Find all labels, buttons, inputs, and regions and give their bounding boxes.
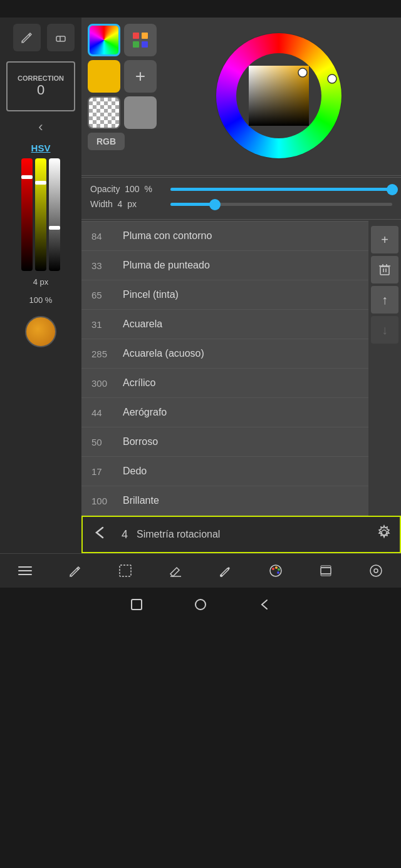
svg-rect-30 [321, 574, 331, 576]
correction-label: CORRECTION [18, 74, 64, 82]
top-bar [0, 0, 401, 18]
swatch-row-4: RGB [88, 133, 157, 150]
color-picker-top: + RGB [81, 18, 401, 174]
palette-btn[interactable] [261, 560, 290, 581]
color-wheel-wheel[interactable] [213, 30, 345, 161]
yellow-slider[interactable] [35, 158, 46, 271]
swatch-row-1 [88, 24, 157, 56]
brush-item-5[interactable]: 300 Acrílico [81, 369, 368, 398]
svg-point-9 [298, 68, 307, 77]
svg-rect-2 [133, 33, 139, 39]
add-brush-btn[interactable]: + [371, 226, 398, 253]
grey-swatch[interactable] [124, 96, 157, 129]
brush-list: 84 Pluma con contorno 33 Pluma de puntea… [81, 221, 368, 516]
current-color-swatch[interactable] [88, 60, 120, 93]
layers-btn[interactable] [311, 560, 340, 581]
width-knob[interactable] [209, 199, 221, 210]
gear-btn[interactable] [376, 524, 392, 544]
move-down-btn[interactable]: ↓ [371, 316, 398, 344]
brush-name-1: Pluma de punteado [123, 260, 210, 271]
brush-name-5: Acrílico [123, 377, 155, 389]
color-swatches: + RGB [88, 24, 157, 150]
color-wheel-container [163, 24, 395, 168]
brush-item-3[interactable]: 31 Acuarela [81, 310, 368, 339]
delete-brush-btn[interactable] [371, 256, 398, 283]
brush-item-4[interactable]: 285 Acuarela (acuoso) [81, 339, 368, 369]
system-nav [0, 588, 401, 625]
brush-btn[interactable] [211, 560, 240, 581]
brush-number-3: 31 [91, 319, 123, 330]
rgb-btn[interactable]: RGB [88, 133, 125, 150]
percent-label: 100 % [29, 295, 53, 305]
svg-point-22 [220, 574, 222, 577]
opacity-knob[interactable] [387, 184, 398, 195]
edit-btn[interactable] [61, 560, 90, 581]
brush-item-2[interactable]: 65 Pincel (tinta) [81, 280, 368, 310]
menu-btn[interactable] [11, 560, 39, 581]
grid-tab[interactable] [124, 24, 157, 56]
correction-box: CORRECTION 0 [6, 61, 75, 111]
width-label: Width 4 px [90, 199, 165, 209]
bottom-toolbar [0, 553, 401, 588]
width-row: Width 4 px [90, 199, 392, 209]
color-wheel-svg [213, 30, 345, 161]
svg-point-25 [275, 566, 278, 569]
eraser-btn[interactable] [161, 560, 190, 581]
red-slider[interactable] [21, 158, 33, 271]
brush-item-6[interactable]: 44 Aerógrafo [81, 398, 368, 427]
brush-item-0[interactable]: 84 Pluma con contorno [81, 222, 368, 251]
px-label: 4 px [33, 277, 49, 287]
opacity-label: Opacity 100 % [90, 184, 165, 194]
opacity-track[interactable] [170, 188, 392, 191]
svg-rect-28 [321, 568, 331, 574]
brush-number-8: 17 [91, 466, 123, 477]
symmetry-number: 4 [122, 528, 128, 541]
pencil-tool[interactable] [13, 24, 41, 51]
nav-back-arrow[interactable]: ‹ [38, 119, 43, 135]
svg-rect-4 [133, 41, 139, 48]
symmetry-label: Simetría rotacional [137, 529, 367, 540]
svg-rect-10 [380, 267, 389, 275]
brush-name-8: Dedo [123, 466, 147, 477]
brush-item-7[interactable]: 50 Borroso [81, 427, 368, 457]
nav-square-btn[interactable] [130, 598, 143, 615]
width-track[interactable] [170, 203, 392, 206]
add-swatch-btn[interactable]: + [124, 60, 157, 93]
brush-number-4: 285 [91, 349, 123, 359]
right-panel: + RGB [81, 18, 401, 553]
svg-rect-0 [56, 36, 65, 41]
brush-name-7: Borroso [123, 436, 158, 447]
settings-btn[interactable] [362, 560, 390, 581]
separator-1 [81, 175, 401, 176]
back-btn[interactable] [90, 524, 108, 546]
brush-name-3: Acuarela [123, 319, 162, 330]
svg-rect-5 [142, 41, 148, 48]
svg-point-27 [277, 571, 279, 574]
brush-item-8[interactable]: 17 Dedo [81, 457, 368, 486]
brush-list-container: 84 Pluma con contorno 33 Pluma de puntea… [81, 221, 401, 516]
brush-number-1: 33 [91, 260, 123, 271]
opacity-fill [170, 188, 392, 191]
hsv-label[interactable]: HSV [31, 143, 51, 153]
left-sidebar: CORRECTION 0 ‹ HSV 4 px 100 % [0, 18, 81, 553]
brush-name-4: Acuarela (acuoso) [123, 348, 204, 359]
move-up-btn[interactable]: ↑ [371, 286, 398, 314]
eraser-tool[interactable] [47, 24, 75, 51]
swatch-row-3 [88, 96, 157, 129]
brush-item-1[interactable]: 33 Pluma de punteado [81, 251, 368, 280]
color-wheel-tab[interactable] [88, 24, 120, 56]
svg-rect-20 [120, 565, 131, 576]
transparent-swatch[interactable] [88, 96, 120, 129]
nav-back-btn[interactable] [258, 598, 271, 615]
svg-rect-29 [321, 566, 331, 568]
selection-btn[interactable] [111, 560, 140, 581]
svg-point-8 [328, 74, 336, 83]
nav-circle-btn[interactable] [194, 598, 207, 615]
brush-number-2: 65 [91, 290, 123, 300]
blue-slider[interactable] [49, 158, 60, 271]
brush-name-2: Pincel (tinta) [123, 289, 179, 300]
correction-value: 0 [37, 82, 44, 98]
svg-point-24 [272, 568, 274, 570]
brush-number-5: 300 [91, 378, 123, 389]
brush-item-9[interactable]: 100 Brillante [81, 486, 368, 516]
